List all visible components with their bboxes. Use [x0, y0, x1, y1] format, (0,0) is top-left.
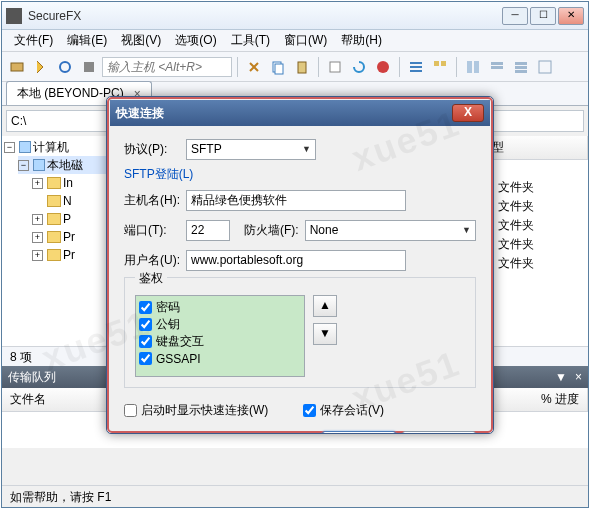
disk-icon [33, 159, 45, 171]
menu-file[interactable]: 文件(F) [8, 30, 59, 51]
menu-window[interactable]: 窗口(W) [278, 30, 333, 51]
statusbar: 如需帮助，请按 F1 [2, 485, 588, 507]
layout3-icon[interactable] [510, 56, 532, 78]
svg-rect-14 [474, 61, 479, 73]
layout4-icon[interactable] [534, 56, 556, 78]
user-label: 用户名(U): [124, 252, 186, 269]
firewall-combo[interactable]: None▼ [305, 220, 476, 241]
svg-rect-9 [410, 66, 422, 68]
app-title: SecureFX [28, 9, 502, 23]
sftp-login-link[interactable]: SFTP登陆(L) [124, 166, 476, 183]
view-details-icon[interactable] [405, 56, 427, 78]
menu-edit[interactable]: 编辑(E) [61, 30, 113, 51]
auth-checkbox[interactable] [139, 318, 152, 331]
app-icon [6, 8, 22, 24]
minimize-button[interactable]: ─ [502, 7, 528, 25]
port-input[interactable] [186, 220, 230, 241]
computer-icon [19, 141, 31, 153]
expand-icon[interactable]: + [32, 178, 43, 189]
svg-rect-2 [84, 62, 94, 72]
move-up-button[interactable]: ▲ [313, 295, 337, 317]
expand-icon[interactable]: + [32, 214, 43, 225]
svg-rect-10 [410, 70, 422, 72]
folder-icon [47, 213, 61, 225]
svg-rect-8 [410, 62, 422, 64]
auth-fieldset: 鉴权 密码 公钥 键盘交互 GSSAPI ▲ ▼ [124, 277, 476, 388]
cancel-button[interactable]: 取消 [402, 431, 476, 434]
auth-item-gssapi[interactable]: GSSAPI [139, 350, 301, 367]
svg-rect-15 [491, 62, 503, 65]
folder-icon [47, 249, 61, 261]
username-input[interactable] [186, 250, 406, 271]
expand-icon[interactable]: + [32, 232, 43, 243]
auth-checkbox[interactable] [139, 335, 152, 348]
svg-rect-5 [298, 62, 306, 73]
port-label: 端口(T): [124, 222, 186, 239]
disconnect-icon[interactable] [78, 56, 100, 78]
layout2-icon[interactable] [486, 56, 508, 78]
svg-rect-18 [515, 66, 527, 69]
titlebar: SecureFX ─ ☐ ✕ [2, 2, 588, 30]
svg-point-7 [377, 61, 389, 73]
chevron-down-icon: ▼ [302, 144, 311, 154]
properties-icon[interactable] [324, 56, 346, 78]
hostname-input[interactable] [186, 190, 406, 211]
show-on-startup-checkbox[interactable] [124, 404, 137, 417]
toolbar [2, 52, 588, 82]
menu-view[interactable]: 视图(V) [115, 30, 167, 51]
refresh-icon[interactable] [348, 56, 370, 78]
reconnect-icon[interactable] [54, 56, 76, 78]
menu-help[interactable]: 帮助(H) [335, 30, 388, 51]
host-label: 主机名(H): [124, 192, 186, 209]
svg-rect-13 [467, 61, 472, 73]
quick-connect-icon[interactable] [30, 56, 52, 78]
menu-tools[interactable]: 工具(T) [225, 30, 276, 51]
svg-rect-20 [539, 61, 551, 73]
auth-list[interactable]: 密码 公钥 键盘交互 GSSAPI [135, 295, 305, 377]
svg-rect-19 [515, 70, 527, 73]
expand-icon[interactable]: + [32, 250, 43, 261]
firewall-label: 防火墙(F): [244, 222, 299, 239]
copy-icon[interactable] [267, 56, 289, 78]
auth-item-publickey[interactable]: 公钥 [139, 316, 301, 333]
folder-icon [47, 177, 61, 189]
show-on-startup-label: 启动时显示快速连接(W) [141, 402, 268, 419]
stop-icon[interactable] [372, 56, 394, 78]
dialog-title: 快速连接 [116, 105, 452, 122]
chevron-down-icon: ▼ [462, 225, 471, 235]
maximize-button[interactable]: ☐ [530, 7, 556, 25]
queue-close-icon[interactable]: × [575, 370, 582, 384]
view-list-icon[interactable] [429, 56, 451, 78]
svg-rect-0 [11, 63, 23, 71]
close-button[interactable]: ✕ [558, 7, 584, 25]
layout1-icon[interactable] [462, 56, 484, 78]
queue-title: 传输队列 [8, 369, 56, 386]
paste-icon[interactable] [291, 56, 313, 78]
auth-checkbox[interactable] [139, 352, 152, 365]
connect-button[interactable]: 连接 [322, 431, 396, 434]
connect-icon[interactable] [6, 56, 28, 78]
svg-rect-11 [434, 61, 439, 66]
move-down-button[interactable]: ▼ [313, 323, 337, 345]
svg-point-1 [60, 62, 70, 72]
save-session-checkbox[interactable] [303, 404, 316, 417]
save-session-label: 保存会话(V) [320, 402, 384, 419]
auth-item-password[interactable]: 密码 [139, 299, 301, 316]
cut-icon[interactable] [243, 56, 265, 78]
dialog-close-button[interactable]: X [452, 104, 484, 122]
host-input[interactable] [102, 57, 232, 77]
collapse-icon[interactable]: − [4, 142, 15, 153]
collapse-icon[interactable]: − [18, 160, 29, 171]
svg-rect-12 [441, 61, 446, 66]
menu-options[interactable]: 选项(O) [169, 30, 222, 51]
auth-checkbox[interactable] [139, 301, 152, 314]
auth-item-keyboard[interactable]: 键盘交互 [139, 333, 301, 350]
auth-legend: 鉴权 [135, 270, 167, 287]
svg-rect-16 [491, 66, 503, 69]
dialog-titlebar: 快速连接 X [110, 100, 490, 126]
folder-icon [47, 231, 61, 243]
protocol-combo[interactable]: SFTP▼ [186, 139, 316, 160]
protocol-label: 协议(P): [124, 141, 186, 158]
svg-rect-6 [330, 62, 340, 72]
queue-dropdown-icon[interactable]: ▼ [555, 370, 567, 384]
